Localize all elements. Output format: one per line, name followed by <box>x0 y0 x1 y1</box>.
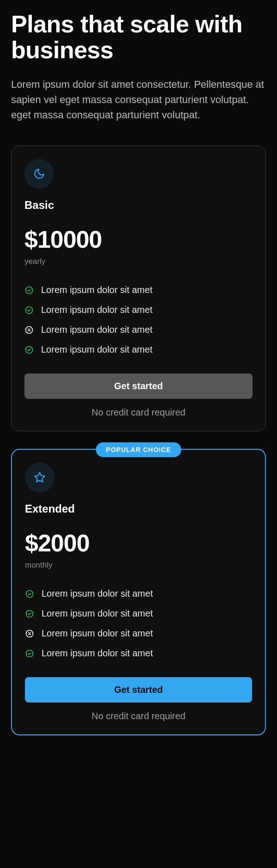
check-circle-icon <box>24 306 34 315</box>
page-subtitle: Lorem ipsum dolor sit amet consectetur. … <box>11 77 266 122</box>
feature-item: Lorem ipsum dolor sit amet <box>24 300 253 320</box>
feature-text: Lorem ipsum dolor sit amet <box>42 588 153 599</box>
svg-marker-4 <box>35 472 45 482</box>
check-circle-icon <box>25 649 34 658</box>
feature-item: Lorem ipsum dolor sit amet <box>25 604 252 623</box>
feature-text: Lorem ipsum dolor sit amet <box>42 628 153 639</box>
feature-list: Lorem ipsum dolor sit ametLorem ipsum do… <box>25 584 252 663</box>
no-credit-card-note: No credit card required <box>24 407 253 418</box>
plan-price: $2000 <box>25 529 252 557</box>
feature-item: Lorem ipsum dolor sit amet <box>24 320 253 340</box>
feature-list: Lorem ipsum dolor sit ametLorem ipsum do… <box>24 280 253 360</box>
popular-badge: POPULAR CHOICE <box>96 442 181 457</box>
plan-name: Basic <box>24 199 253 212</box>
star-icon <box>25 463 54 492</box>
feature-text: Lorem ipsum dolor sit amet <box>41 305 152 315</box>
feature-item: Lorem ipsum dolor sit amet <box>25 623 252 643</box>
feature-text: Lorem ipsum dolor sit amet <box>42 608 153 619</box>
check-circle-icon <box>25 609 34 618</box>
plan-card-extended: POPULAR CHOICEExtended$2000monthlyLorem … <box>11 449 266 735</box>
feature-item: Lorem ipsum dolor sit amet <box>24 280 253 300</box>
check-circle-icon <box>24 286 34 295</box>
x-circle-icon <box>25 629 34 638</box>
feature-text: Lorem ipsum dolor sit amet <box>42 648 153 659</box>
feature-text: Lorem ipsum dolor sit amet <box>41 285 152 295</box>
moon-icon <box>24 159 54 189</box>
plan-price: $10000 <box>24 226 253 253</box>
get-started-button[interactable]: Get started <box>24 373 253 399</box>
feature-item: Lorem ipsum dolor sit amet <box>25 643 252 663</box>
feature-item: Lorem ipsum dolor sit amet <box>25 584 252 604</box>
feature-item: Lorem ipsum dolor sit amet <box>24 340 253 360</box>
plan-period: monthly <box>25 561 252 570</box>
page-title: Plans that scale with business <box>11 11 266 63</box>
check-circle-icon <box>24 345 34 355</box>
x-circle-icon <box>24 325 34 335</box>
get-started-button[interactable]: Get started <box>25 677 252 703</box>
plan-name: Extended <box>25 502 252 515</box>
plan-card-basic: Basic$10000yearlyLorem ipsum dolor sit a… <box>11 146 266 431</box>
plan-period: yearly <box>24 257 253 266</box>
no-credit-card-note: No credit card required <box>25 711 252 721</box>
feature-text: Lorem ipsum dolor sit amet <box>41 344 152 355</box>
feature-text: Lorem ipsum dolor sit amet <box>41 324 152 335</box>
check-circle-icon <box>25 589 34 599</box>
